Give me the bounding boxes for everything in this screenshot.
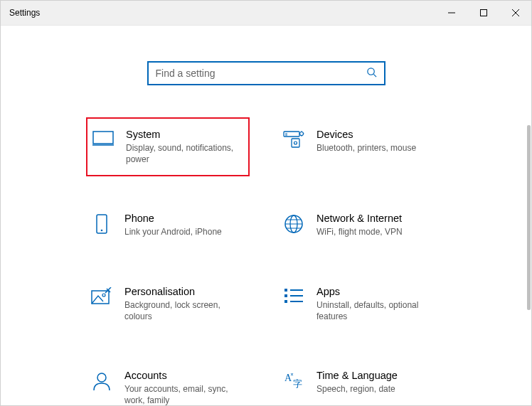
settings-home: System Display, sound, notifications, po…	[1, 26, 531, 405]
category-desc: Link your Android, iPhone	[124, 226, 245, 237]
category-system[interactable]: System Display, sound, notifications, po…	[86, 117, 250, 176]
category-accounts[interactable]: Accounts Your accounts, email, sync, wor…	[86, 365, 250, 406]
close-icon	[512, 9, 519, 16]
category-title: Apps	[316, 286, 437, 297]
category-apps[interactable]: Apps Uninstall, defaults, optional featu…	[278, 282, 442, 326]
category-desc: Background, lock screen, colours	[124, 299, 245, 322]
search-box[interactable]	[147, 61, 385, 85]
category-title: System	[126, 129, 244, 140]
category-desc: Your accounts, email, sync, work, family	[124, 383, 245, 406]
phone-icon	[90, 213, 113, 237]
category-time-language[interactable]: A字 Time & Language Speech, region, date	[278, 365, 442, 406]
svg-point-6	[300, 132, 304, 136]
category-title: Devices	[316, 129, 437, 140]
system-icon	[92, 129, 115, 165]
search-wrap	[1, 61, 531, 85]
scrollbar[interactable]	[527, 125, 531, 310]
svg-rect-13	[284, 289, 287, 292]
window-title: Settings	[9, 8, 40, 18]
svg-point-12	[102, 294, 105, 297]
category-desc: WiFi, flight mode, VPN	[316, 226, 437, 237]
svg-rect-4	[292, 139, 299, 147]
category-grid: System Display, sound, notifications, po…	[86, 124, 531, 406]
apps-icon	[282, 286, 305, 322]
category-network[interactable]: Network & Internet WiFi, flight mode, VP…	[278, 208, 442, 242]
category-title: Accounts	[124, 370, 245, 381]
category-devices[interactable]: Devices Bluetooth, printers, mouse	[278, 124, 442, 169]
category-desc: Speech, region, date	[316, 383, 437, 395]
category-personalisation[interactable]: Personalisation Background, lock screen,…	[86, 282, 250, 326]
svg-rect-2	[93, 132, 113, 144]
category-title: Phone	[124, 213, 245, 224]
window-controls	[435, 1, 531, 25]
svg-text:A: A	[284, 373, 292, 383]
svg-text:字: 字	[293, 378, 302, 389]
svg-point-1	[367, 68, 373, 74]
svg-rect-14	[284, 294, 287, 297]
devices-icon	[282, 129, 305, 165]
titlebar: Settings	[1, 1, 531, 26]
svg-point-5	[294, 141, 297, 144]
category-title: Time & Language	[316, 370, 437, 381]
category-desc: Display, sound, notifications, power	[126, 142, 244, 165]
category-desc: Uninstall, defaults, optional features	[316, 299, 437, 322]
category-title: Personalisation	[124, 286, 245, 297]
time-language-icon: A字	[282, 370, 305, 406]
close-button[interactable]	[499, 1, 531, 25]
category-phone[interactable]: Phone Link your Android, iPhone	[86, 208, 250, 242]
search-icon	[366, 67, 377, 80]
network-icon	[282, 213, 305, 237]
category-desc: Bluetooth, printers, mouse	[316, 142, 437, 154]
accounts-icon	[90, 370, 113, 406]
minimize-icon	[448, 9, 455, 16]
maximize-button[interactable]	[467, 1, 499, 25]
svg-rect-15	[284, 300, 287, 303]
svg-rect-11	[92, 291, 109, 304]
maximize-icon	[480, 9, 487, 16]
personalisation-icon	[90, 286, 113, 322]
category-title: Network & Internet	[316, 213, 437, 224]
svg-point-8	[101, 230, 103, 232]
svg-rect-0	[480, 10, 486, 16]
search-input[interactable]	[156, 68, 366, 79]
svg-point-16	[97, 373, 106, 382]
minimize-button[interactable]	[435, 1, 467, 25]
